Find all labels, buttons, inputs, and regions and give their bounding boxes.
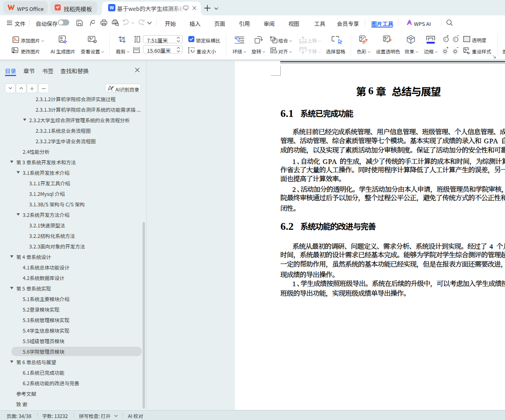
svg-text:W: W: [110, 5, 114, 10]
